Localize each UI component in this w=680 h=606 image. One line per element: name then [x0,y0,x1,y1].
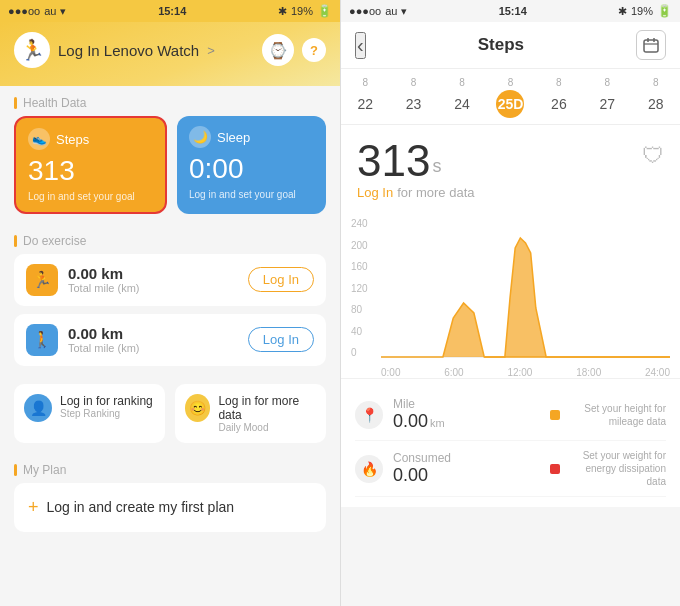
right-carrier: au [385,5,397,17]
date-num-25: 25D [496,90,524,118]
date-item-27[interactable]: 8 27 [593,77,621,118]
chart-x-labels: 0:00 6:00 12:00 18:00 24:00 [381,367,670,378]
mile-stat-row: 📍 Mile 0.00 km Set your height for milea… [355,389,666,441]
left-header: 🏃 Log In Lenovo Watch > ⌚ ? [0,22,340,86]
mood-title: Log in for more data [218,394,316,422]
right-bluetooth-icon: ✱ [618,5,627,18]
date-item-22[interactable]: 8 22 [351,77,379,118]
exercise-walk-left: 🚶 0.00 km Total mile (km) [26,324,140,356]
right-status-right: ✱ 19% 🔋 [618,4,672,18]
back-button[interactable]: ‹ [355,32,366,59]
walk-login-button[interactable]: Log In [248,327,314,352]
plan-section-label: My Plan [23,463,66,477]
header-icons: ⌚ ? [262,34,326,66]
y-label-40: 40 [351,326,368,337]
stats-section: 📍 Mile 0.00 km Set your height for milea… [341,378,680,507]
chart-container: 240 200 160 120 80 40 0 0:00 [351,218,670,378]
run-value: 0.00 km [68,265,140,282]
header-title[interactable]: Log In Lenovo Watch [58,42,199,59]
left-signal: ●●●oo [8,5,40,17]
mile-value: 0.00 [393,411,428,432]
ranking-title: Log in for ranking [60,394,153,408]
consumed-info: Consumed 0.00 [393,451,451,486]
date-day-25: 8 [508,77,514,88]
y-label-200: 200 [351,240,368,251]
ranking-card[interactable]: 👤 Log in for ranking Step Ranking [14,384,165,443]
steps-login-link[interactable]: Log In [357,185,393,200]
chevron-icon: > [207,43,215,58]
chart-svg-wrap [381,218,670,358]
date-num-23: 23 [400,90,428,118]
ranking-icon: 👤 [24,394,52,422]
left-carrier: au [44,5,56,17]
add-plan-button[interactable]: + Log in and create my first plan [14,483,326,532]
date-day-23: 8 [411,77,417,88]
date-num-28: 28 [642,90,670,118]
date-day-24: 8 [459,77,465,88]
left-status-left: ●●●oo au ▾ [8,5,66,18]
x-label-12: 12:00 [507,367,532,378]
mile-hint: Set your height for mileage data [566,402,666,428]
date-item-26[interactable]: 8 26 [545,77,573,118]
mile-dot [550,410,560,420]
date-strip: 8 22 8 23 8 24 8 25D 8 26 8 27 8 28 [341,69,680,125]
right-nav: ‹ Steps [341,22,680,69]
shield-icon: 🛡 [642,139,664,169]
exercise-section-header: Do exercise [0,224,340,254]
left-panel: ●●●oo au ▾ 15:14 ✱ 19% 🔋 🏃 Log In Lenovo… [0,0,340,606]
question-badge[interactable]: ? [302,38,326,62]
right-signal: ●●●oo [349,5,381,17]
steps-card-subtext: Log in and set your goal [28,191,153,202]
run-subtext: Total mile (km) [68,282,140,294]
date-num-24: 24 [448,90,476,118]
mood-card[interactable]: 😊 Log in for more data Daily Mood [175,384,326,443]
nav-title: Steps [478,35,524,55]
date-item-25[interactable]: 8 25D [496,77,524,118]
svg-rect-0 [644,40,658,52]
sleep-card[interactable]: 🌙 Sleep 0:00 Log in and set your goal [177,116,326,214]
plus-icon: + [28,497,39,518]
mood-info: Log in for more data Daily Mood [218,394,316,433]
date-num-26: 26 [545,90,573,118]
date-item-28[interactable]: 8 28 [642,77,670,118]
mile-label: Mile [393,397,445,411]
right-panel: ●●●oo au ▾ 15:14 ✱ 19% 🔋 ‹ Steps 8 22 [340,0,680,606]
x-label-0: 0:00 [381,367,400,378]
steps-login-text: for more data [397,185,474,200]
avatar-emoji: 🏃 [20,38,45,62]
consumed-stat-left: 🔥 Consumed 0.00 [355,451,451,486]
consumed-value-row: 0.00 [393,465,451,486]
y-label-160: 160 [351,261,368,272]
sleep-card-header: 🌙 Sleep [189,126,314,148]
ranking-sub: Step Ranking [60,408,153,419]
walk-icon: 🚶 [26,324,58,356]
x-label-6: 6:00 [444,367,463,378]
exercise-section: 🏃 0.00 km Total mile (km) Log In 🚶 0.00 … [0,254,340,384]
left-time: 15:14 [158,5,186,17]
calendar-button[interactable] [636,30,666,60]
steps-login-row: Log In for more data [357,185,474,200]
date-item-23[interactable]: 8 23 [400,77,428,118]
health-section-label: Health Data [23,96,86,110]
right-wifi-icon: ▾ [401,5,407,18]
consumed-value: 0.00 [393,465,428,486]
mile-info: Mile 0.00 km [393,397,445,432]
sleep-card-subtext: Log in and set your goal [189,189,314,200]
consumed-dot [550,464,560,474]
header-user[interactable]: 🏃 Log In Lenovo Watch > [14,32,215,68]
date-item-24[interactable]: 8 24 [448,77,476,118]
exercise-section-label: Do exercise [23,234,86,248]
right-time: 15:14 [499,5,527,17]
x-label-18: 18:00 [576,367,601,378]
steps-card[interactable]: 👟 Steps 313 Log in and set your goal [14,116,167,214]
run-icon: 🏃 [26,264,58,296]
watch-icon[interactable]: ⌚ [262,34,294,66]
calendar-icon [643,37,659,53]
consumed-label: Consumed [393,451,451,465]
sleep-card-icon: 🌙 [189,126,211,148]
run-login-button[interactable]: Log In [248,267,314,292]
avatar: 🏃 [14,32,50,68]
steps-chart [381,218,670,358]
run-info: 0.00 km Total mile (km) [68,265,140,294]
steps-card-value: 313 [28,156,153,187]
